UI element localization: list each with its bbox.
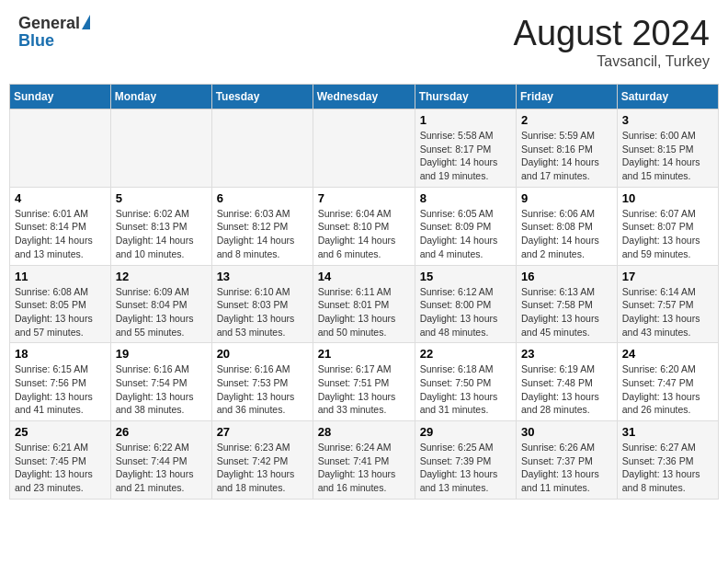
cell-0-0 xyxy=(10,109,111,188)
day-num-7: 7 xyxy=(318,191,410,205)
day-info-31: Sunrise: 6:27 AM Sunset: 7:36 PM Dayligh… xyxy=(622,441,713,495)
logo: General Blue xyxy=(18,14,90,51)
day-num-14: 14 xyxy=(318,270,410,283)
day-info-2: Sunrise: 5:59 AM Sunset: 8:16 PM Dayligh… xyxy=(521,129,612,183)
day-num-15: 15 xyxy=(420,270,511,283)
week-row-1: 4Sunrise: 6:01 AM Sunset: 8:14 PM Daylig… xyxy=(10,187,719,265)
cell-4-1: 26Sunrise: 6:22 AM Sunset: 7:44 PM Dayli… xyxy=(110,421,211,500)
week-row-0: 1Sunrise: 5:58 AM Sunset: 8:17 PM Daylig… xyxy=(10,109,719,188)
day-num-4: 4 xyxy=(15,191,106,205)
day-info-5: Sunrise: 6:02 AM Sunset: 8:13 PM Dayligh… xyxy=(116,207,207,261)
month-title: August 2024 xyxy=(514,14,710,53)
day-info-1: Sunrise: 5:58 AM Sunset: 8:17 PM Dayligh… xyxy=(420,129,511,183)
day-info-14: Sunrise: 6:11 AM Sunset: 8:01 PM Dayligh… xyxy=(318,285,410,339)
cell-3-3: 21Sunrise: 6:17 AM Sunset: 7:51 PM Dayli… xyxy=(313,343,415,421)
day-info-25: Sunrise: 6:21 AM Sunset: 7:45 PM Dayligh… xyxy=(15,441,106,495)
day-num-18: 18 xyxy=(15,347,106,361)
cell-4-4: 29Sunrise: 6:25 AM Sunset: 7:39 PM Dayli… xyxy=(415,421,516,500)
day-num-28: 28 xyxy=(318,425,410,439)
col-sunday: Sunday xyxy=(10,85,111,109)
day-info-11: Sunrise: 6:08 AM Sunset: 8:05 PM Dayligh… xyxy=(15,285,106,339)
logo-icon xyxy=(82,15,90,29)
day-num-24: 24 xyxy=(622,347,713,361)
col-thursday: Thursday xyxy=(415,85,516,109)
day-info-29: Sunrise: 6:25 AM Sunset: 7:39 PM Dayligh… xyxy=(420,441,511,495)
cell-3-1: 19Sunrise: 6:16 AM Sunset: 7:54 PM Dayli… xyxy=(110,343,211,421)
cell-0-1 xyxy=(110,109,211,188)
cell-1-4: 8Sunrise: 6:05 AM Sunset: 8:09 PM Daylig… xyxy=(415,187,516,265)
day-num-30: 30 xyxy=(521,425,612,439)
day-num-17: 17 xyxy=(622,270,713,283)
day-num-12: 12 xyxy=(116,270,207,283)
cell-4-5: 30Sunrise: 6:26 AM Sunset: 7:37 PM Dayli… xyxy=(517,421,618,500)
cell-2-1: 12Sunrise: 6:09 AM Sunset: 8:04 PM Dayli… xyxy=(110,265,211,343)
cell-4-6: 31Sunrise: 6:27 AM Sunset: 7:36 PM Dayli… xyxy=(617,421,718,500)
day-num-6: 6 xyxy=(217,191,308,205)
cell-1-0: 4Sunrise: 6:01 AM Sunset: 8:14 PM Daylig… xyxy=(10,187,111,265)
day-num-23: 23 xyxy=(521,347,612,361)
col-saturday: Saturday xyxy=(617,85,718,109)
day-info-10: Sunrise: 6:07 AM Sunset: 8:07 PM Dayligh… xyxy=(622,207,713,261)
week-row-4: 25Sunrise: 6:21 AM Sunset: 7:45 PM Dayli… xyxy=(10,421,719,500)
cell-0-2 xyxy=(211,109,313,188)
day-info-19: Sunrise: 6:16 AM Sunset: 7:54 PM Dayligh… xyxy=(116,362,207,417)
calendar-header: Sunday Monday Tuesday Wednesday Thursday… xyxy=(10,85,719,109)
day-info-13: Sunrise: 6:10 AM Sunset: 8:03 PM Dayligh… xyxy=(217,285,308,339)
col-friday: Friday xyxy=(517,85,618,109)
day-info-24: Sunrise: 6:20 AM Sunset: 7:47 PM Dayligh… xyxy=(622,362,713,417)
col-monday: Monday xyxy=(110,85,211,109)
cell-2-4: 15Sunrise: 6:12 AM Sunset: 8:00 PM Dayli… xyxy=(415,265,516,343)
cell-1-5: 9Sunrise: 6:06 AM Sunset: 8:08 PM Daylig… xyxy=(517,187,618,265)
day-num-8: 8 xyxy=(420,191,511,205)
day-num-1: 1 xyxy=(420,113,511,127)
week-row-2: 11Sunrise: 6:08 AM Sunset: 8:05 PM Dayli… xyxy=(10,265,719,343)
day-info-16: Sunrise: 6:13 AM Sunset: 7:58 PM Dayligh… xyxy=(521,285,612,339)
cell-3-2: 20Sunrise: 6:16 AM Sunset: 7:53 PM Dayli… xyxy=(211,343,313,421)
day-num-11: 11 xyxy=(15,270,106,283)
day-info-3: Sunrise: 6:00 AM Sunset: 8:15 PM Dayligh… xyxy=(622,129,713,183)
col-tuesday: Tuesday xyxy=(211,85,313,109)
title-block: August 2024 Tavsancil, Turkey xyxy=(514,14,710,70)
cell-3-5: 23Sunrise: 6:19 AM Sunset: 7:48 PM Dayli… xyxy=(517,343,618,421)
day-num-27: 27 xyxy=(217,425,308,439)
day-info-21: Sunrise: 6:17 AM Sunset: 7:51 PM Dayligh… xyxy=(318,362,410,417)
day-info-7: Sunrise: 6:04 AM Sunset: 8:10 PM Dayligh… xyxy=(318,207,410,261)
cell-2-3: 14Sunrise: 6:11 AM Sunset: 8:01 PM Dayli… xyxy=(313,265,415,343)
location-title: Tavsancil, Turkey xyxy=(514,53,710,70)
calendar-table: Sunday Monday Tuesday Wednesday Thursday… xyxy=(9,84,719,500)
day-info-17: Sunrise: 6:14 AM Sunset: 7:57 PM Dayligh… xyxy=(622,285,713,339)
day-num-2: 2 xyxy=(521,113,612,127)
day-num-13: 13 xyxy=(217,270,308,283)
day-num-10: 10 xyxy=(622,191,713,205)
cell-4-0: 25Sunrise: 6:21 AM Sunset: 7:45 PM Dayli… xyxy=(10,421,111,500)
col-wednesday: Wednesday xyxy=(313,85,415,109)
cell-0-5: 2Sunrise: 5:59 AM Sunset: 8:16 PM Daylig… xyxy=(517,109,618,188)
day-info-6: Sunrise: 6:03 AM Sunset: 8:12 PM Dayligh… xyxy=(217,207,308,261)
day-num-9: 9 xyxy=(521,191,612,205)
day-info-15: Sunrise: 6:12 AM Sunset: 8:00 PM Dayligh… xyxy=(420,285,511,339)
day-info-4: Sunrise: 6:01 AM Sunset: 8:14 PM Dayligh… xyxy=(15,207,106,261)
day-info-28: Sunrise: 6:24 AM Sunset: 7:41 PM Dayligh… xyxy=(318,441,410,495)
cell-1-6: 10Sunrise: 6:07 AM Sunset: 8:07 PM Dayli… xyxy=(617,187,718,265)
cell-1-3: 7Sunrise: 6:04 AM Sunset: 8:10 PM Daylig… xyxy=(313,187,415,265)
cell-4-3: 28Sunrise: 6:24 AM Sunset: 7:41 PM Dayli… xyxy=(313,421,415,500)
day-info-26: Sunrise: 6:22 AM Sunset: 7:44 PM Dayligh… xyxy=(116,441,207,495)
cell-2-5: 16Sunrise: 6:13 AM Sunset: 7:58 PM Dayli… xyxy=(517,265,618,343)
day-info-9: Sunrise: 6:06 AM Sunset: 8:08 PM Dayligh… xyxy=(521,207,612,261)
day-num-20: 20 xyxy=(217,347,308,361)
day-num-19: 19 xyxy=(116,347,207,361)
day-info-8: Sunrise: 6:05 AM Sunset: 8:09 PM Dayligh… xyxy=(420,207,511,261)
day-num-25: 25 xyxy=(15,425,106,439)
day-num-22: 22 xyxy=(420,347,511,361)
cell-1-2: 6Sunrise: 6:03 AM Sunset: 8:12 PM Daylig… xyxy=(211,187,313,265)
page-header: General Blue August 2024 Tavsancil, Turk… xyxy=(9,9,719,75)
day-info-22: Sunrise: 6:18 AM Sunset: 7:50 PM Dayligh… xyxy=(420,362,511,417)
cell-2-6: 17Sunrise: 6:14 AM Sunset: 7:57 PM Dayli… xyxy=(617,265,718,343)
cell-3-0: 18Sunrise: 6:15 AM Sunset: 7:56 PM Dayli… xyxy=(10,343,111,421)
header-row: Sunday Monday Tuesday Wednesday Thursday… xyxy=(10,85,719,109)
day-info-23: Sunrise: 6:19 AM Sunset: 7:48 PM Dayligh… xyxy=(521,362,612,417)
day-num-21: 21 xyxy=(318,347,410,361)
day-info-18: Sunrise: 6:15 AM Sunset: 7:56 PM Dayligh… xyxy=(15,362,106,417)
cell-4-2: 27Sunrise: 6:23 AM Sunset: 7:42 PM Dayli… xyxy=(211,421,313,500)
day-num-26: 26 xyxy=(116,425,207,439)
